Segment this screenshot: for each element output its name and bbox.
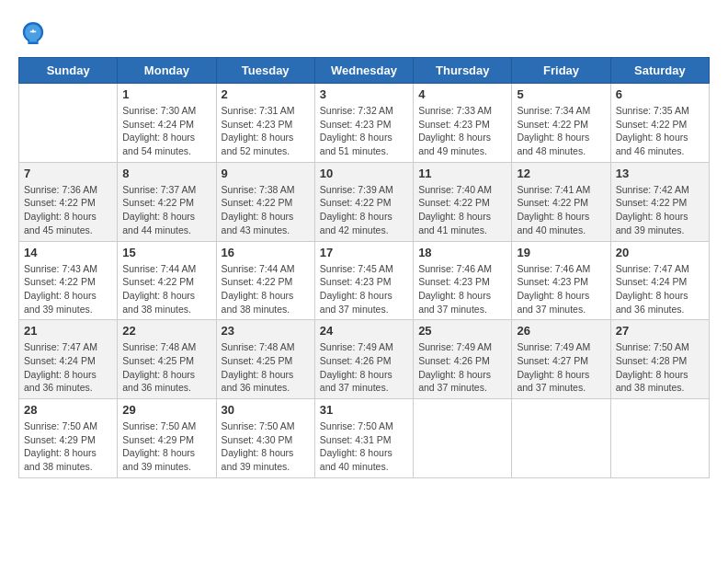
page-header [18, 18, 710, 48]
calendar-cell: 23Sunrise: 7:48 AMSunset: 4:25 PMDayligh… [216, 320, 314, 399]
calendar-cell: 5Sunrise: 7:34 AMSunset: 4:22 PMDaylight… [512, 84, 610, 163]
calendar-week-row: 21Sunrise: 7:47 AMSunset: 4:24 PMDayligh… [19, 320, 710, 399]
calendar-cell: 15Sunrise: 7:44 AMSunset: 4:22 PMDayligh… [118, 241, 216, 320]
calendar-cell: 27Sunrise: 7:50 AMSunset: 4:28 PMDayligh… [610, 320, 709, 399]
day-number: 25 [418, 324, 506, 338]
calendar-cell: 1Sunrise: 7:30 AMSunset: 4:24 PMDaylight… [118, 84, 216, 163]
logo-icon [18, 18, 48, 48]
day-info: Sunrise: 7:46 AMSunset: 4:23 PMDaylight:… [517, 262, 605, 316]
day-number: 26 [517, 324, 605, 338]
day-number: 28 [24, 403, 112, 417]
day-info: Sunrise: 7:48 AMSunset: 4:25 PMDaylight:… [222, 340, 310, 395]
calendar-week-row: 28Sunrise: 7:50 AMSunset: 4:29 PMDayligh… [19, 399, 710, 478]
day-info: Sunrise: 7:36 AMSunset: 4:22 PMDaylight:… [24, 183, 112, 237]
calendar-cell: 18Sunrise: 7:46 AMSunset: 4:23 PMDayligh… [414, 241, 512, 320]
weekday-header-friday: Friday [512, 58, 610, 84]
day-number: 29 [122, 403, 210, 417]
calendar-cell: 16Sunrise: 7:44 AMSunset: 4:22 PMDayligh… [216, 241, 314, 320]
calendar-cell: 9Sunrise: 7:38 AMSunset: 4:22 PMDaylight… [216, 162, 314, 241]
calendar-cell [512, 399, 610, 478]
day-info: Sunrise: 7:49 AMSunset: 4:26 PMDaylight:… [320, 340, 408, 395]
day-info: Sunrise: 7:39 AMSunset: 4:22 PMDaylight:… [320, 183, 408, 237]
day-number: 1 [122, 87, 210, 101]
day-number: 10 [320, 167, 408, 180]
day-number: 20 [616, 246, 704, 259]
day-info: Sunrise: 7:41 AMSunset: 4:22 PMDaylight:… [517, 183, 605, 237]
calendar-cell: 8Sunrise: 7:37 AMSunset: 4:22 PMDaylight… [118, 162, 216, 241]
day-info: Sunrise: 7:44 AMSunset: 4:22 PMDaylight:… [222, 262, 310, 316]
day-number: 14 [24, 246, 112, 259]
day-number: 11 [418, 167, 506, 180]
day-number: 31 [320, 403, 408, 417]
calendar-cell: 26Sunrise: 7:49 AMSunset: 4:27 PMDayligh… [512, 320, 610, 399]
day-number: 19 [517, 246, 605, 259]
calendar-cell: 7Sunrise: 7:36 AMSunset: 4:22 PMDaylight… [19, 162, 118, 241]
day-info: Sunrise: 7:43 AMSunset: 4:22 PMDaylight:… [24, 262, 112, 316]
calendar-week-row: 7Sunrise: 7:36 AMSunset: 4:22 PMDaylight… [19, 162, 710, 241]
day-info: Sunrise: 7:49 AMSunset: 4:26 PMDaylight:… [418, 340, 506, 395]
day-info: Sunrise: 7:38 AMSunset: 4:22 PMDaylight:… [222, 183, 310, 237]
day-info: Sunrise: 7:30 AMSunset: 4:24 PMDaylight:… [122, 104, 210, 158]
day-number: 23 [222, 324, 310, 338]
day-info: Sunrise: 7:33 AMSunset: 4:23 PMDaylight:… [418, 104, 506, 158]
calendar-cell: 29Sunrise: 7:50 AMSunset: 4:29 PMDayligh… [118, 399, 216, 478]
day-number: 21 [24, 324, 112, 338]
day-number: 6 [616, 87, 704, 101]
calendar-cell: 13Sunrise: 7:42 AMSunset: 4:22 PMDayligh… [610, 162, 709, 241]
calendar-cell: 25Sunrise: 7:49 AMSunset: 4:26 PMDayligh… [414, 320, 512, 399]
day-info: Sunrise: 7:42 AMSunset: 4:22 PMDaylight:… [616, 183, 704, 237]
calendar-cell [610, 399, 709, 478]
day-number: 15 [122, 246, 210, 259]
day-info: Sunrise: 7:50 AMSunset: 4:31 PMDaylight:… [320, 419, 408, 474]
calendar-cell: 4Sunrise: 7:33 AMSunset: 4:23 PMDaylight… [414, 84, 512, 163]
calendar-cell: 31Sunrise: 7:50 AMSunset: 4:31 PMDayligh… [314, 399, 413, 478]
calendar-cell: 2Sunrise: 7:31 AMSunset: 4:23 PMDaylight… [216, 84, 314, 163]
day-number: 18 [418, 246, 506, 259]
day-info: Sunrise: 7:32 AMSunset: 4:23 PMDaylight:… [320, 104, 408, 158]
calendar-cell: 11Sunrise: 7:40 AMSunset: 4:22 PMDayligh… [414, 162, 512, 241]
calendar-week-row: 14Sunrise: 7:43 AMSunset: 4:22 PMDayligh… [19, 241, 710, 320]
day-number: 5 [517, 87, 605, 101]
day-number: 8 [122, 167, 210, 180]
day-number: 27 [616, 324, 704, 338]
calendar-cell: 14Sunrise: 7:43 AMSunset: 4:22 PMDayligh… [19, 241, 118, 320]
day-number: 2 [222, 87, 310, 101]
day-info: Sunrise: 7:50 AMSunset: 4:29 PMDaylight:… [24, 419, 112, 474]
calendar-cell: 28Sunrise: 7:50 AMSunset: 4:29 PMDayligh… [19, 399, 118, 478]
day-info: Sunrise: 7:47 AMSunset: 4:24 PMDaylight:… [616, 262, 704, 316]
day-info: Sunrise: 7:34 AMSunset: 4:22 PMDaylight:… [517, 104, 605, 158]
weekday-header-thursday: Thursday [414, 58, 512, 84]
calendar-cell: 24Sunrise: 7:49 AMSunset: 4:26 PMDayligh… [314, 320, 413, 399]
calendar-cell [19, 84, 118, 163]
weekday-header-monday: Monday [118, 58, 216, 84]
day-info: Sunrise: 7:49 AMSunset: 4:27 PMDaylight:… [517, 340, 605, 395]
calendar-cell: 17Sunrise: 7:45 AMSunset: 4:23 PMDayligh… [314, 241, 413, 320]
weekday-header-wednesday: Wednesday [314, 58, 413, 84]
day-info: Sunrise: 7:50 AMSunset: 4:29 PMDaylight:… [122, 419, 210, 474]
day-info: Sunrise: 7:46 AMSunset: 4:23 PMDaylight:… [418, 262, 506, 316]
logo [18, 18, 51, 48]
calendar-cell: 22Sunrise: 7:48 AMSunset: 4:25 PMDayligh… [118, 320, 216, 399]
day-info: Sunrise: 7:45 AMSunset: 4:23 PMDaylight:… [320, 262, 408, 316]
calendar-week-row: 1Sunrise: 7:30 AMSunset: 4:24 PMDaylight… [19, 84, 710, 163]
weekday-header-tuesday: Tuesday [216, 58, 314, 84]
calendar-cell: 20Sunrise: 7:47 AMSunset: 4:24 PMDayligh… [610, 241, 709, 320]
calendar-cell: 6Sunrise: 7:35 AMSunset: 4:22 PMDaylight… [610, 84, 709, 163]
day-number: 16 [222, 246, 310, 259]
day-number: 22 [122, 324, 210, 338]
calendar-table: SundayMondayTuesdayWednesdayThursdayFrid… [18, 57, 710, 478]
day-number: 17 [320, 246, 408, 259]
day-info: Sunrise: 7:44 AMSunset: 4:22 PMDaylight:… [122, 262, 210, 316]
calendar-cell: 19Sunrise: 7:46 AMSunset: 4:23 PMDayligh… [512, 241, 610, 320]
day-number: 24 [320, 324, 408, 338]
day-info: Sunrise: 7:48 AMSunset: 4:25 PMDaylight:… [122, 340, 210, 395]
day-number: 4 [418, 87, 506, 101]
calendar-cell: 30Sunrise: 7:50 AMSunset: 4:30 PMDayligh… [216, 399, 314, 478]
day-info: Sunrise: 7:50 AMSunset: 4:28 PMDaylight:… [616, 340, 704, 395]
calendar-cell: 10Sunrise: 7:39 AMSunset: 4:22 PMDayligh… [314, 162, 413, 241]
day-info: Sunrise: 7:35 AMSunset: 4:22 PMDaylight:… [616, 104, 704, 158]
day-number: 13 [616, 167, 704, 180]
day-info: Sunrise: 7:37 AMSunset: 4:22 PMDaylight:… [122, 183, 210, 237]
day-number: 7 [24, 167, 112, 180]
calendar-cell: 12Sunrise: 7:41 AMSunset: 4:22 PMDayligh… [512, 162, 610, 241]
